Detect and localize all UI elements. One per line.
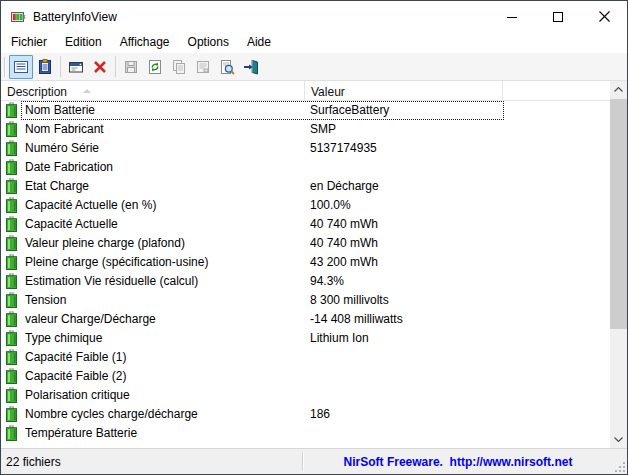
table-row[interactable]: Capacité Faible (2) (1, 367, 610, 386)
maximize-button[interactable] (535, 1, 581, 32)
toolbar (1, 53, 627, 81)
battery-icon (6, 254, 17, 270)
table-row[interactable]: Nombre cycles charge/décharge 186 (1, 405, 610, 424)
list-view: Description Valeur Nom Batterie SurfaceB… (1, 81, 627, 448)
table-row[interactable]: Nom Batterie SurfaceBattery (1, 101, 610, 120)
table-row[interactable]: Capacité Actuelle (en %) 100.0% (1, 196, 610, 215)
toolbar-refresh[interactable] (143, 55, 167, 79)
properties-sheet-icon (195, 59, 211, 75)
battery-icon (6, 121, 17, 137)
row-value: Lithium Ion (310, 331, 369, 345)
clipboard-icon (37, 59, 53, 75)
table-row[interactable]: Type chimique Lithium Ion (1, 329, 610, 348)
row-label: valeur Charge/Décharge (25, 312, 156, 326)
row-label: Température Batterie (25, 426, 137, 440)
battery-icon (6, 292, 17, 308)
row-value: 5137174935 (310, 141, 377, 155)
row-value: 43 200 mWh (310, 255, 378, 269)
battery-icon (6, 216, 17, 232)
row-value: 100.0% (310, 198, 351, 212)
toolbar-report-view[interactable] (9, 55, 33, 79)
toolbar-exit[interactable] (239, 55, 263, 79)
table-row[interactable]: Capacité Actuelle 40 740 mWh (1, 215, 610, 234)
row-value: 40 740 mWh (310, 217, 378, 231)
battery-icon (6, 140, 17, 156)
column-header-valeur-label: Valeur (311, 85, 345, 99)
close-icon (599, 11, 610, 22)
nirsoft-link[interactable]: NirSoft Freeware. http://www.nirsoft.net (303, 455, 613, 469)
chevron-up-icon (614, 87, 623, 92)
toolbar-properties-window[interactable] (64, 55, 88, 79)
table-row[interactable]: Capacité Faible (1) (1, 348, 610, 367)
row-label: Nombre cycles charge/décharge (25, 407, 198, 421)
menu-aide[interactable]: Aide (238, 33, 280, 52)
row-label: Capacité Faible (1) (25, 350, 126, 364)
table-row[interactable]: Polarisation critique (1, 386, 610, 405)
menu-bar: Fichier Edition Affichage Options Aide (1, 32, 627, 53)
row-label: Numéro Série (25, 141, 99, 155)
battery-icon (6, 102, 17, 118)
table-row[interactable]: Numéro Série 5137174935 (1, 139, 610, 158)
minimize-button[interactable] (489, 1, 535, 32)
table-row[interactable]: Estimation Vie résiduelle (calcul) 94.3% (1, 272, 610, 291)
battery-icon (6, 178, 17, 194)
battery-list: Nom Batterie SurfaceBattery Nom Fabrican… (1, 101, 610, 448)
row-label: Capacité Faible (2) (25, 369, 126, 383)
table-row[interactable]: Pleine charge (spécification-usine) 43 2… (1, 253, 610, 272)
battery-icon (6, 159, 17, 175)
row-label: Etat Charge (25, 179, 89, 193)
scroll-down-button[interactable] (610, 431, 627, 448)
row-value: 40 740 mWh (310, 236, 378, 250)
table-row[interactable]: Date Fabrication (1, 158, 610, 177)
vertical-scrollbar[interactable] (610, 81, 627, 448)
battery-icon (6, 368, 17, 384)
row-value: en Décharge (310, 179, 379, 193)
row-label: Type chimique (25, 331, 102, 345)
toolbar-find[interactable] (215, 55, 239, 79)
table-row[interactable]: Etat Charge en Décharge (1, 177, 610, 196)
battery-icon (6, 349, 17, 365)
close-button[interactable] (581, 1, 627, 32)
toolbar-save[interactable] (119, 55, 143, 79)
table-row[interactable]: Valeur pleine charge (plafond) 40 740 mW… (1, 234, 610, 253)
chevron-down-icon (614, 437, 623, 442)
column-header-description-label: Description (7, 85, 67, 99)
row-value: SMP (310, 122, 336, 136)
row-label: Nom Fabricant (25, 122, 104, 136)
row-label: Capacité Actuelle (en %) (25, 198, 156, 212)
table-row[interactable]: Température Batterie (1, 424, 610, 443)
menu-affichage[interactable]: Affichage (111, 33, 179, 52)
battery-icon (6, 387, 17, 403)
row-value: -14 408 milliwatts (310, 312, 403, 326)
row-label: Estimation Vie résiduelle (calcul) (25, 274, 198, 288)
table-row[interactable]: Tension 8 300 millivolts (1, 291, 610, 310)
scrollbar-thumb[interactable] (610, 99, 627, 329)
toolbar-clipboard[interactable] (33, 55, 57, 79)
column-header-valeur[interactable]: Valeur (305, 81, 503, 100)
toolbar-properties-sheet[interactable] (191, 55, 215, 79)
column-header-description[interactable]: Description (1, 81, 305, 100)
minimize-icon (507, 12, 517, 22)
row-label: Polarisation critique (25, 388, 130, 402)
toolbar-delete[interactable] (88, 55, 112, 79)
row-value: 94.3% (310, 274, 344, 288)
battery-icon (6, 197, 17, 213)
menu-fichier[interactable]: Fichier (2, 33, 56, 52)
scroll-up-button[interactable] (610, 81, 627, 98)
toolbar-separator (60, 56, 61, 77)
battery-icon (6, 425, 17, 441)
menu-options[interactable]: Options (179, 33, 238, 52)
row-value: 186 (310, 407, 330, 421)
report-view-icon (13, 59, 29, 75)
table-row[interactable]: Nom Fabricant SMP (1, 120, 610, 139)
save-icon (123, 59, 139, 75)
table-row[interactable]: valeur Charge/Décharge -14 408 milliwatt… (1, 310, 610, 329)
menu-edition[interactable]: Edition (56, 33, 111, 52)
toolbar-copy[interactable] (167, 55, 191, 79)
toolbar-separator (115, 56, 116, 77)
row-label: Capacité Actuelle (25, 217, 118, 231)
row-value: SurfaceBattery (310, 103, 389, 117)
find-icon (219, 59, 235, 75)
toolbar-grip (4, 57, 6, 77)
resize-grip[interactable] (615, 462, 625, 472)
